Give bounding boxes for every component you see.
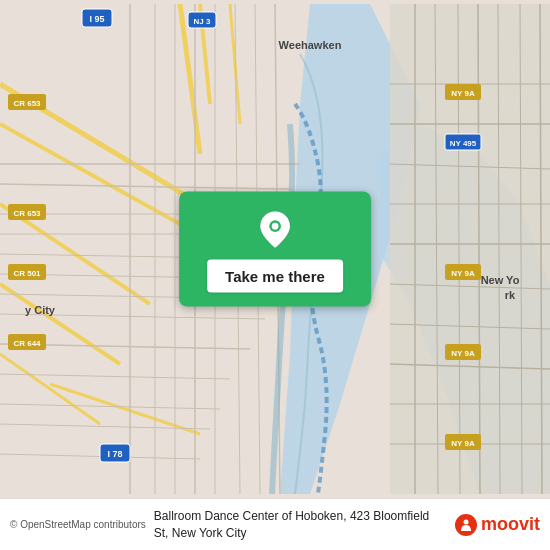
green-panel: Take me there bbox=[179, 192, 371, 307]
svg-text:y City: y City bbox=[25, 304, 56, 316]
location-name: Ballroom Dance Center of Hoboken, 423 Bl… bbox=[154, 509, 429, 540]
moovit-logo-icon bbox=[455, 514, 477, 536]
app: I 95 NJ 3 CR 653 CR 653 CR 501 CR 644 bbox=[0, 0, 550, 550]
svg-text:rk: rk bbox=[505, 289, 516, 301]
svg-rect-33 bbox=[390, 4, 550, 494]
location-pin-icon bbox=[255, 210, 295, 250]
svg-text:CR 653: CR 653 bbox=[13, 99, 41, 108]
osm-credit: © OpenStreetMap contributors bbox=[10, 519, 146, 530]
svg-text:NY 9A: NY 9A bbox=[451, 349, 475, 358]
bottom-bar: © OpenStreetMap contributors Ballroom Da… bbox=[0, 498, 550, 550]
svg-text:New Yo: New Yo bbox=[481, 274, 520, 286]
osm-credit-text: © OpenStreetMap contributors bbox=[10, 519, 146, 530]
svg-text:I 78: I 78 bbox=[107, 449, 122, 459]
svg-text:I 95: I 95 bbox=[89, 14, 104, 24]
svg-text:CR 644: CR 644 bbox=[13, 339, 41, 348]
svg-text:NY 495: NY 495 bbox=[450, 139, 477, 148]
svg-text:CR 653: CR 653 bbox=[13, 209, 41, 218]
svg-point-82 bbox=[272, 223, 279, 230]
svg-text:NY 9A: NY 9A bbox=[451, 269, 475, 278]
moovit-logo: moovit bbox=[455, 514, 540, 536]
svg-text:CR 501: CR 501 bbox=[13, 269, 41, 278]
button-overlay: Take me there bbox=[179, 192, 371, 307]
svg-text:Weehawken: Weehawken bbox=[279, 39, 342, 51]
svg-text:NJ 3: NJ 3 bbox=[194, 17, 211, 26]
location-info: Ballroom Dance Center of Hoboken, 423 Bl… bbox=[154, 508, 447, 542]
svg-text:NY 9A: NY 9A bbox=[451, 89, 475, 98]
svg-text:NY 9A: NY 9A bbox=[451, 439, 475, 448]
moovit-brand-name: moovit bbox=[481, 514, 540, 535]
take-me-there-button[interactable]: Take me there bbox=[207, 260, 343, 293]
svg-point-83 bbox=[463, 519, 468, 524]
map-container: I 95 NJ 3 CR 653 CR 653 CR 501 CR 644 bbox=[0, 0, 550, 498]
